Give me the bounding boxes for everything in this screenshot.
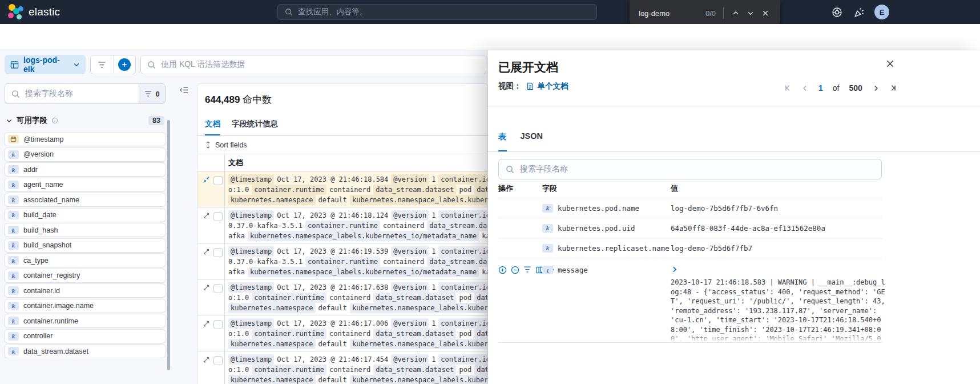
field-list-item[interactable]: kassociated_name <box>5 193 166 206</box>
filter-for-value-icon[interactable] <box>498 266 507 274</box>
find-query-input[interactable]: log-demo <box>639 9 705 18</box>
row-controls <box>197 315 225 351</box>
expand-document-icon[interactable] <box>203 212 210 219</box>
field-list-item[interactable]: kagent_name <box>5 178 166 191</box>
doc-table-row[interactable]: @timestampOct 17, 2023 @ 21:46:19.539@ve… <box>197 243 487 279</box>
expand-document-icon[interactable] <box>203 284 210 291</box>
flyout-field-search[interactable]: 搜索字段名称 <box>498 159 882 179</box>
field-type-filter-button[interactable]: 0 <box>139 84 165 103</box>
add-filter-button[interactable] <box>113 55 136 74</box>
search-icon <box>147 61 156 69</box>
field-list-item[interactable]: kcontroller <box>5 330 166 343</box>
field-name: agent_name <box>23 181 63 189</box>
global-search-input[interactable]: 查找应用、内容等。 <box>277 4 597 20</box>
keyword-field-icon: k <box>8 256 19 265</box>
previous-page-icon[interactable] <box>801 85 809 92</box>
flyout-field-row[interactable]: kkubernetes.pod.uid64a50ff8-083f-44de-ac… <box>498 218 882 238</box>
collapse-document-icon[interactable] <box>203 176 210 183</box>
single-document-link[interactable]: 单个文档 <box>526 81 568 91</box>
fields-sidebar: 搜索字段名称 0 可用字段 83 @timestampk@versionkadd… <box>5 83 166 360</box>
expand-document-icon[interactable] <box>203 320 210 327</box>
field-value: log-demo-7b5d6f7fb7 <box>671 244 752 253</box>
global-header: elastic 查找应用、内容等。 log-demo 0/0 E <box>0 0 980 24</box>
next-page-icon[interactable] <box>872 85 880 92</box>
doc-table-row[interactable]: @timestampOct 17, 2023 @ 21:46:17.006@ve… <box>197 315 487 351</box>
field-list-item[interactable]: k@version <box>5 148 166 161</box>
doc-table-row[interactable]: @timestampOct 17, 2023 @ 21:46:18.584@ve… <box>197 171 487 207</box>
kql-query-input[interactable]: 使用 KQL 语法筛选数据 <box>140 55 486 74</box>
find-next-icon[interactable] <box>743 6 758 21</box>
flyout-field-row[interactable]: kkubernetes.pod.namelog-demo-7b5d6f7fb7-… <box>498 198 882 218</box>
field-name: build_hash <box>23 226 58 234</box>
tab-table[interactable]: 表 <box>498 131 507 151</box>
field-name-cell: kkubernetes.replicaset.name <box>542 244 671 253</box>
last-page-icon[interactable] <box>889 84 897 92</box>
doc-table-row[interactable]: @timestampOct 17, 2023 @ 21:46:17.454@ve… <box>197 351 487 384</box>
field-list-item[interactable]: kdata_stream.dataset <box>5 345 166 358</box>
control-column <box>197 154 225 171</box>
first-page-icon[interactable] <box>784 84 792 92</box>
find-close-icon[interactable] <box>758 6 773 21</box>
field-name: message <box>558 266 588 274</box>
doc-table-row[interactable]: @timestampOct 17, 2023 @ 21:46:18.124@ve… <box>197 207 487 243</box>
expand-document-icon[interactable] <box>203 248 210 255</box>
field-list-item[interactable]: kbuild_snapshot <box>5 239 166 252</box>
browser-find-bar[interactable]: log-demo 0/0 <box>630 0 780 26</box>
flyout-field-row[interactable]: kkubernetes.replicaset.namelog-demo-7b5d… <box>498 238 882 258</box>
tab-documents[interactable]: 文档 <box>205 119 220 135</box>
user-avatar[interactable]: E <box>874 5 889 19</box>
doc-column-label: 文档 <box>225 158 243 168</box>
available-fields-label: 可用字段 <box>17 115 47 126</box>
filter-exists-icon[interactable] <box>523 266 531 274</box>
field-search-input[interactable]: 搜索字段名称 <box>5 89 139 99</box>
field-list-item[interactable]: kcontainer.id <box>5 284 166 297</box>
tab-field-statistics[interactable]: 字段统计信息 <box>232 119 278 135</box>
field-list-item[interactable]: @timestamp <box>5 133 166 146</box>
field-chip: container.runtime <box>305 221 380 231</box>
row-controls <box>197 351 225 384</box>
doc-table-row[interactable]: @timestampOct 17, 2023 @ 21:46:17.638@ve… <box>197 279 487 315</box>
notifications-icon[interactable] <box>853 6 865 18</box>
date-field-icon <box>8 135 19 143</box>
find-previous-icon[interactable] <box>728 6 743 21</box>
flyout-table-header: 操作 字段 值 <box>498 179 882 198</box>
field-value: kafka <box>482 232 487 240</box>
doc-line: kubernetes.namespacedefaultkubernetes.na… <box>228 195 487 205</box>
row-checkbox[interactable] <box>213 356 223 365</box>
row-checkbox[interactable] <box>213 284 223 293</box>
tab-json[interactable]: JSON <box>521 131 543 151</box>
field-value: Oct 17, 2023 @ 21:46:17.638 <box>277 283 388 291</box>
field-list-item[interactable]: kcontainer_registry <box>5 269 166 282</box>
data-view-picker[interactable]: logs-pod-elk <box>5 55 86 74</box>
row-checkbox[interactable] <box>213 176 223 185</box>
flyout-close-icon[interactable] <box>884 57 896 70</box>
doc-cell: @timestampOct 17, 2023 @ 21:46:19.539@ve… <box>225 243 487 279</box>
field-list-item[interactable]: kcontainer.runtime <box>5 314 166 327</box>
expand-document-icon[interactable] <box>203 356 210 363</box>
filters-toggle-icon[interactable] <box>91 55 113 74</box>
row-checkbox[interactable] <box>213 320 223 329</box>
keyword-field-icon: k <box>8 347 19 355</box>
field-list-item[interactable]: kca_type <box>5 254 166 267</box>
field-list-item[interactable]: kcontainer.image.name <box>5 299 166 313</box>
field-chip: data_stream.dataset <box>373 329 456 339</box>
row-checkbox[interactable] <box>213 212 223 221</box>
field-list-item[interactable]: kaddr <box>5 163 166 176</box>
sidebar-scrollbar[interactable] <box>167 120 170 370</box>
field-chip: kubernetes.namespace <box>228 195 316 205</box>
help-icon[interactable] <box>830 6 843 18</box>
field-list-item[interactable]: kbuild_hash <box>5 223 166 237</box>
elastic-logo[interactable]: elastic <box>8 4 60 19</box>
sort-fields-button[interactable]: Sort fields <box>197 136 487 154</box>
field-list-item[interactable]: kbuild_date <box>5 209 166 222</box>
collapse-value-icon[interactable] <box>671 266 886 273</box>
field-chip: container.id <box>438 354 487 365</box>
flyout-field-row[interactable]: tmessage2023-10-17 21:46:18.583 | WARNIN… <box>498 258 882 343</box>
collapse-sidebar-icon[interactable] <box>179 86 189 94</box>
field-value: o:1.0 <box>228 294 249 302</box>
filter-out-value-icon[interactable] <box>511 266 519 274</box>
available-fields-header[interactable]: 可用字段 83 <box>5 115 166 126</box>
row-checkbox[interactable] <box>213 248 223 257</box>
field-filter-count: 0 <box>155 90 159 98</box>
flyout-table-body: kkubernetes.pod.namelog-demo-7b5d6f7fb7-… <box>498 198 882 343</box>
